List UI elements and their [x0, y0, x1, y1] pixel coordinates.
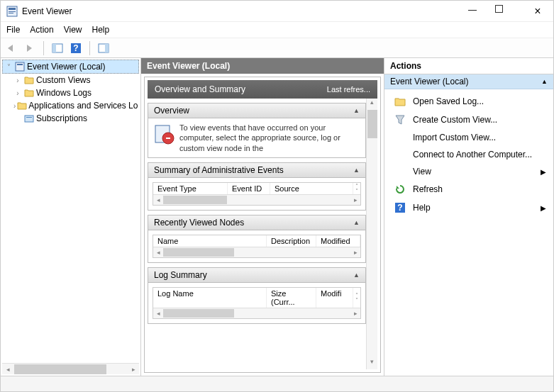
scroll-thumb[interactable] [163, 196, 227, 204]
status-bar [1, 376, 553, 391]
svg-text:?: ? [397, 203, 402, 213]
svg-rect-3 [9, 13, 13, 13]
tree-subscriptions[interactable]: Subscriptions [12, 112, 139, 125]
forward-button[interactable] [22, 40, 38, 56]
col-size[interactable]: Size (Curr... [267, 288, 316, 308]
section-admin-events: Summary of Administrative Events ▲ Event… [148, 162, 366, 211]
expand-icon[interactable]: › [13, 89, 22, 97]
tree-item-label: Applications and Services Lo [28, 101, 138, 111]
menu-file[interactable]: File [6, 25, 20, 35]
scroll-thumb[interactable] [14, 364, 106, 374]
updown-icon[interactable]: ˄˅ [353, 288, 360, 308]
overview-title: Overview and Summary [155, 84, 245, 94]
chevron-up-icon: ▲ [353, 167, 360, 174]
col-log-name[interactable]: Log Name [153, 288, 267, 308]
log-table: Log Name Size (Curr... Modifi ˄˅ ◂ ▸ [153, 287, 361, 319]
expand-icon[interactable]: › [13, 102, 16, 110]
action-connect-computer[interactable]: Connect to Another Computer... [384, 146, 553, 163]
section-label: Summary of Administrative Events [154, 165, 284, 175]
tree-apps-services[interactable]: › Applications and Services Lo [12, 99, 139, 112]
table-hscrollbar[interactable]: ◂ ▸ [153, 195, 360, 205]
tree-item-label: Subscriptions [36, 113, 87, 123]
tree-root[interactable]: ˅ Event Viewer (Local) [2, 60, 139, 74]
section-admin-header[interactable]: Summary of Administrative Events ▲ [148, 163, 365, 178]
actions-pane: Actions Event Viewer (Local) ▲ Open Save… [384, 58, 553, 376]
scroll-right-icon[interactable]: ▸ [128, 366, 139, 373]
menu-view[interactable]: View [64, 25, 82, 35]
scroll-down-icon[interactable]: ▾ [367, 358, 377, 369]
collapse-icon[interactable]: ˅ [4, 63, 13, 71]
col-source[interactable]: Source [270, 183, 353, 194]
table-hscrollbar[interactable]: ◂ ▸ [153, 308, 360, 318]
expand-icon[interactable]: › [13, 77, 22, 84]
tree-root-label: Event Viewer (Local) [27, 62, 106, 72]
menu-action[interactable]: Action [30, 25, 53, 35]
svg-rect-1 [9, 8, 16, 10]
close-button[interactable]: × [528, 5, 548, 18]
section-recent-nodes: Recently Viewed Nodes ▲ Name Description… [148, 215, 366, 263]
chevron-up-icon: ▲ [353, 219, 360, 226]
scroll-left-icon[interactable]: ◂ [153, 310, 163, 317]
scroll-thumb[interactable] [163, 309, 234, 318]
actions-subheader[interactable]: Event Viewer (Local) ▲ [384, 74, 553, 89]
menu-help[interactable]: Help [92, 25, 110, 35]
last-refresh-label: Last refres... [327, 85, 370, 94]
refresh-icon [394, 184, 406, 195]
menu-bar: File Action View Help [1, 22, 553, 38]
scroll-right-icon[interactable]: ▸ [350, 196, 360, 203]
maximize-button[interactable] [495, 5, 515, 18]
tree-hscrollbar[interactable]: ◂ ▸ [2, 363, 139, 374]
scroll-up-icon[interactable]: ▴ [367, 99, 377, 110]
svg-rect-12 [17, 64, 23, 65]
tree-windows-logs[interactable]: › Windows Logs [12, 86, 139, 99]
title-bar: Event Viewer — × [1, 1, 553, 22]
action-open-saved-log[interactable]: Open Saved Log... [384, 92, 553, 111]
col-modified[interactable]: Modifi [316, 288, 353, 308]
scroll-thumb[interactable] [163, 248, 234, 257]
scroll-right-icon[interactable]: ▸ [350, 310, 360, 317]
section-recent-header[interactable]: Recently Viewed Nodes ▲ [148, 215, 365, 230]
folder-open-icon [394, 96, 406, 107]
back-button[interactable] [4, 40, 19, 56]
show-tree-button[interactable] [50, 40, 65, 56]
section-log-header[interactable]: Log Summary ▲ [148, 268, 365, 283]
col-name[interactable]: Name [153, 235, 267, 247]
svg-rect-2 [9, 11, 16, 12]
scroll-right-icon[interactable]: ▸ [350, 249, 360, 256]
action-refresh[interactable]: Refresh [384, 180, 553, 198]
section-label: Recently Viewed Nodes [154, 218, 244, 228]
updown-icon[interactable]: ˄˅ [353, 183, 360, 194]
table-hscrollbar[interactable]: ◂ ▸ [153, 247, 360, 257]
action-import-custom-view[interactable]: Import Custom View... [384, 129, 553, 146]
center-vscrollbar[interactable]: ▴ ▾ [366, 99, 377, 369]
tree-item-label: Windows Logs [36, 88, 92, 98]
col-description[interactable]: Description [267, 235, 316, 247]
scroll-left-icon[interactable]: ◂ [153, 249, 163, 256]
actions-header: Actions [384, 58, 553, 74]
action-label: Connect to Another Computer... [413, 150, 532, 159]
help-button[interactable]: ? [68, 40, 84, 56]
section-overview-header[interactable]: Overview ▲ [148, 103, 365, 118]
submenu-arrow-icon: ▶ [541, 168, 546, 176]
scroll-left-icon[interactable]: ◂ [2, 366, 13, 373]
svg-rect-6 [52, 44, 56, 52]
tree-custom-views[interactable]: › Custom Views [12, 74, 139, 86]
scroll-thumb[interactable] [367, 110, 377, 138]
chevron-up-icon: ▲ [541, 78, 548, 85]
center-header: Event Viewer (Local) [141, 58, 384, 74]
tree-item-label: Custom Views [36, 75, 90, 85]
section-label: Log Summary [154, 270, 207, 280]
col-event-id[interactable]: Event ID [228, 183, 270, 194]
minimize-button[interactable]: — [462, 5, 482, 18]
svg-rect-14 [26, 117, 32, 118]
action-create-custom-view[interactable]: Create Custom View... [384, 111, 553, 129]
app-icon [6, 6, 18, 17]
show-actions-button[interactable] [96, 40, 111, 56]
action-help[interactable]: ? Help ▶ [384, 198, 553, 217]
info-icon [153, 123, 175, 145]
col-event-type[interactable]: Event Type [153, 183, 228, 194]
col-modified[interactable]: Modified [316, 235, 360, 247]
action-view[interactable]: View ▶ [384, 163, 553, 180]
folder-icon [23, 87, 35, 99]
scroll-left-icon[interactable]: ◂ [153, 196, 163, 203]
